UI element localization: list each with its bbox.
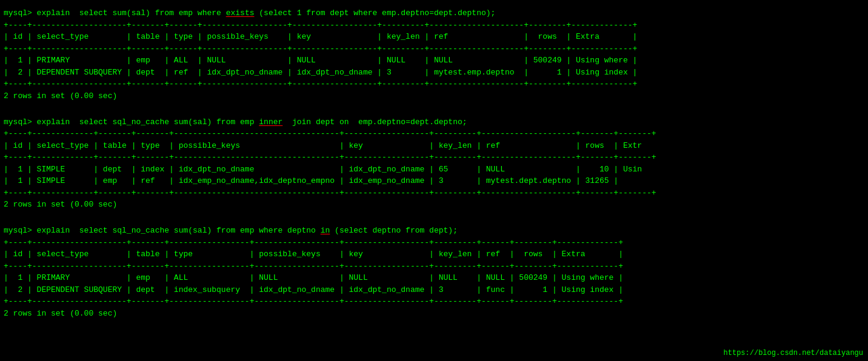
separator-3c: +----+--------------------+-------+-----…: [4, 296, 864, 308]
blank-1: [4, 104, 864, 116]
prompt-line-3: mysql> explain select sql_no_cache sum(s…: [4, 225, 864, 237]
terminal-window: mysql> explain select sum(sal) from emp …: [2, 5, 866, 324]
watermark: https://blog.csdn.net/dataiyangu: [724, 349, 863, 357]
row-3-1: | 1 | PRIMARY | emp | ALL | NULL | NULL …: [4, 272, 864, 284]
footer-2: 2 rows in set (0.00 sec): [4, 199, 864, 211]
separator-2b: +----+-------------+-------+-------+----…: [4, 151, 864, 164]
separator-2c: +----+-------------+-------+-------+----…: [4, 187, 864, 199]
query-block-3: mysql> explain select sql_no_cache sum(s…: [4, 225, 864, 319]
blank-2: [4, 213, 864, 225]
query-block-2: mysql> explain select sql_no_cache sum(s…: [4, 116, 864, 211]
query-block-1: mysql> explain select sum(sal) from emp …: [4, 7, 864, 102]
row-2-1: | 1 | SIMPLE | dept | index | idx_dpt_no…: [4, 164, 864, 176]
header-3: | id | select_type | table | type | poss…: [4, 248, 864, 260]
header-1: | id | select_type | table | type | poss…: [4, 31, 864, 43]
separator-1c: +----+--------------------+-------+-----…: [4, 78, 864, 90]
row-3-2: | 2 | DEPENDENT SUBQUERY | dept | index_…: [4, 284, 864, 296]
separator-3b: +----+--------------------+-------+-----…: [4, 260, 864, 273]
row-1-2: | 2 | DEPENDENT SUBQUERY | dept | ref | …: [4, 67, 864, 79]
prompt-line-1: mysql> explain select sum(sal) from emp …: [4, 7, 864, 19]
separator-3a: +----+--------------------+-------+-----…: [4, 237, 864, 249]
separator-2a: +----+-------------+-------+-------+----…: [4, 128, 864, 140]
footer-3: 2 rows in set (0.00 sec): [4, 308, 864, 320]
row-1-1: | 1 | PRIMARY | emp | ALL | NULL | NULL …: [4, 55, 864, 67]
prompt-line-2: mysql> explain select sql_no_cache sum(s…: [4, 116, 864, 128]
footer-1: 2 rows in set (0.00 sec): [4, 90, 864, 102]
separator-1a: +----+--------------------+-------+-----…: [4, 19, 864, 31]
row-2-2: | 1 | SIMPLE | emp | ref | idx_emp_no_dn…: [4, 175, 864, 187]
separator-1b: +----+--------------------+-------+-----…: [4, 43, 864, 55]
header-2: | id | select_type | table | type | poss…: [4, 140, 864, 152]
